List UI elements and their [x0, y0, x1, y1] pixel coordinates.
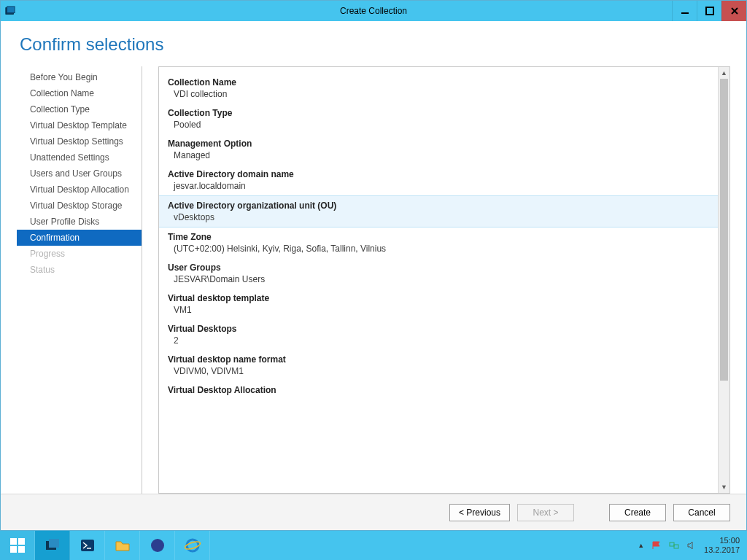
- show-hidden-icons-icon[interactable]: ▲: [638, 542, 644, 549]
- system-tray: ▲ 15:00 13.2.2017: [630, 531, 747, 560]
- svg-point-11: [151, 539, 164, 552]
- taskbar-firefox[interactable]: [140, 531, 175, 560]
- confirmation-label: Collection Name: [168, 77, 709, 88]
- svg-rect-9: [49, 539, 59, 548]
- wizard-step-item[interactable]: Before You Begin: [17, 69, 142, 85]
- previous-button[interactable]: < Previous: [449, 504, 510, 521]
- confirmation-row: Virtual Desktop Allocation: [159, 381, 718, 400]
- confirmation-row[interactable]: Active Directory organizational unit (OU…: [159, 195, 718, 228]
- scroll-up-arrow-icon[interactable]: ▲: [719, 67, 729, 79]
- svg-rect-5: [18, 538, 25, 545]
- confirmation-label: Time Zone: [168, 232, 709, 242]
- confirmation-row: Time Zone(UTC+02:00) Helsinki, Kyiv, Rig…: [159, 228, 718, 258]
- confirmation-value: jesvar.localdomain: [168, 181, 709, 191]
- svg-rect-4: [10, 538, 17, 545]
- svg-rect-6: [10, 546, 17, 553]
- wizard-step-item[interactable]: Unattended Settings: [17, 149, 142, 166]
- window-title: Create Collection: [1, 6, 746, 16]
- confirmation-label: Virtual desktop name format: [168, 354, 709, 365]
- confirmation-row: Virtual desktop name formatVDIVM0, VDIVM…: [159, 350, 718, 381]
- confirmation-label: Active Directory organizational unit (OU…: [168, 201, 709, 211]
- taskbar: ▲ 15:00 13.2.2017: [0, 531, 747, 560]
- taskbar-date: 13.2.2017: [704, 545, 740, 555]
- confirmation-label: Virtual desktop template: [168, 293, 709, 303]
- confirmation-row: Collection NameVDI collection: [159, 73, 718, 104]
- cancel-button[interactable]: Cancel: [673, 504, 730, 521]
- wizard-step-item[interactable]: Virtual Desktop Settings: [17, 133, 142, 149]
- create-button[interactable]: Create: [609, 504, 666, 521]
- wizard-step-item[interactable]: Virtual Desktop Template: [17, 117, 142, 133]
- taskbar-file-explorer[interactable]: [105, 531, 140, 560]
- confirmation-value: VM1: [168, 305, 709, 315]
- taskbar-powershell[interactable]: [70, 531, 105, 560]
- confirmation-row: Virtual desktop templateVM1: [159, 289, 718, 319]
- confirmation-value: vDesktops: [168, 212, 709, 222]
- confirmation-label: Collection Type: [168, 108, 709, 118]
- confirmation-value: Managed: [168, 150, 709, 160]
- confirmation-value: VDIVM0, VDIVM1: [168, 366, 709, 376]
- wizard-footer: < Previous Next > Create Cancel: [1, 494, 746, 530]
- confirmation-value: (UTC+02:00) Helsinki, Kyiv, Riga, Sofia,…: [168, 244, 709, 254]
- confirmation-label: Virtual Desktop Allocation: [168, 385, 709, 395]
- wizard-step-item[interactable]: User Profile Disks: [17, 214, 142, 230]
- confirmation-label: Management Option: [168, 139, 709, 149]
- network-icon[interactable]: [669, 540, 679, 551]
- confirmation-label: Active Directory domain name: [168, 169, 709, 179]
- taskbar-server-manager[interactable]: [35, 531, 70, 560]
- svg-rect-7: [18, 546, 25, 553]
- wizard-step-item[interactable]: Virtual Desktop Allocation: [17, 182, 142, 198]
- confirmation-row: Collection TypePooled: [159, 104, 718, 134]
- svg-rect-15: [674, 545, 678, 548]
- wizard-step-item[interactable]: Collection Name: [17, 85, 142, 101]
- scroll-down-arrow-icon[interactable]: ▼: [719, 481, 729, 493]
- page-title: Confirm selections: [20, 34, 727, 55]
- wizard-step-item[interactable]: Collection Type: [17, 101, 142, 117]
- scroll-thumb[interactable]: [720, 79, 728, 381]
- confirmation-row: Management OptionManaged: [159, 134, 718, 165]
- wizard-steps-nav: Before You BeginCollection NameCollectio…: [17, 66, 142, 494]
- confirmation-row: Virtual Desktops2: [159, 319, 718, 350]
- wizard-step-item: Status: [17, 262, 142, 278]
- taskbar-internet-explorer[interactable]: [175, 531, 210, 560]
- wizard-header: Confirm selections: [1, 21, 746, 62]
- confirmation-value: 2: [168, 335, 709, 346]
- scroll-track[interactable]: [719, 79, 729, 481]
- volume-icon[interactable]: [686, 540, 697, 551]
- confirmation-panel: Collection NameVDI collectionCollection …: [158, 66, 730, 494]
- vertical-scrollbar[interactable]: ▲ ▼: [718, 67, 729, 493]
- taskbar-time: 15:00: [704, 536, 740, 545]
- next-button[interactable]: Next >: [517, 504, 574, 521]
- confirmation-label: User Groups: [168, 262, 709, 273]
- svg-rect-14: [670, 542, 674, 546]
- confirmation-value: JESVAR\Domain Users: [168, 274, 709, 284]
- confirmation-row: Active Directory domain namejesvar.local…: [159, 165, 718, 195]
- title-bar: Create Collection: [1, 1, 746, 21]
- action-center-flag-icon[interactable]: [651, 540, 662, 551]
- confirmation-row: User GroupsJESVAR\Domain Users: [159, 258, 718, 289]
- wizard-window: Create Collection Confirm selections Bef…: [0, 0, 747, 531]
- confirmation-label: Virtual Desktops: [168, 324, 709, 334]
- start-button[interactable]: [0, 531, 35, 560]
- confirmation-value: VDI collection: [168, 89, 709, 99]
- wizard-step-item[interactable]: Confirmation: [17, 230, 142, 246]
- confirmation-value: Pooled: [168, 120, 709, 130]
- wizard-step-item[interactable]: Users and User Groups: [17, 166, 142, 182]
- taskbar-clock[interactable]: 15:00 13.2.2017: [704, 536, 740, 555]
- wizard-step-item: Progress: [17, 246, 142, 262]
- wizard-step-item[interactable]: Virtual Desktop Storage: [17, 198, 142, 214]
